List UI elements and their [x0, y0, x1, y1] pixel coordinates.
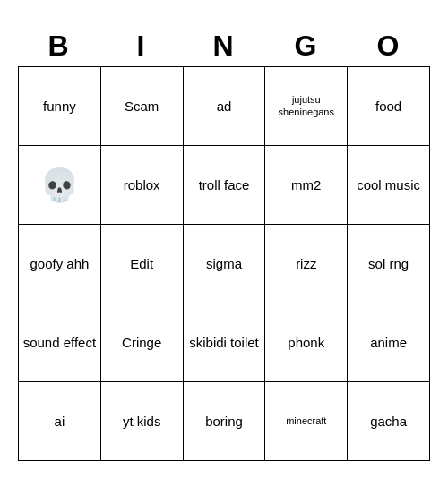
bingo-cell-21[interactable]: yt kids — [101, 382, 184, 461]
bingo-cell-2[interactable]: ad — [184, 67, 266, 146]
bingo-cell-9[interactable]: cool music — [348, 146, 430, 225]
bingo-cell-18[interactable]: phonk — [265, 303, 348, 382]
skull-icon: 💀 — [39, 166, 80, 204]
bingo-cell-3[interactable]: jujutsu sheninegans — [265, 67, 348, 146]
bingo-cell-20[interactable]: ai — [19, 382, 101, 461]
bingo-cell-6[interactable]: roblox — [101, 146, 184, 225]
header-g: G — [265, 26, 348, 66]
bingo-cell-14[interactable]: sol rng — [348, 225, 430, 303]
bingo-cell-7[interactable]: troll face — [184, 146, 266, 225]
bingo-header: B I N G O — [18, 26, 430, 66]
bingo-grid: funnyScamadjujutsu sheninegansfood💀roblo… — [18, 66, 430, 461]
bingo-cell-23[interactable]: minecraft — [265, 382, 348, 461]
bingo-cell-10[interactable]: goofy ahh — [19, 225, 101, 303]
bingo-cell-24[interactable]: gacha — [348, 382, 430, 461]
bingo-cell-1[interactable]: Scam — [101, 67, 184, 146]
bingo-cell-4[interactable]: food — [348, 67, 430, 146]
bingo-cell-19[interactable]: anime — [348, 303, 430, 382]
bingo-cell-5[interactable]: 💀 — [19, 146, 101, 225]
bingo-cell-11[interactable]: Edit — [101, 225, 184, 303]
header-n: N — [183, 26, 265, 66]
bingo-cell-22[interactable]: boring — [184, 382, 266, 461]
bingo-cell-0[interactable]: funny — [19, 67, 101, 146]
bingo-card: B I N G O funnyScamadjujutsu sheninegans… — [18, 26, 430, 461]
header-i: I — [100, 26, 183, 66]
bingo-cell-12[interactable]: sigma — [184, 225, 266, 303]
bingo-cell-17[interactable]: skibidi toilet — [184, 303, 266, 382]
bingo-cell-16[interactable]: Cringe — [101, 303, 184, 382]
bingo-cell-8[interactable]: mm2 — [265, 146, 348, 225]
header-o: O — [348, 26, 430, 66]
bingo-cell-13[interactable]: rizz — [265, 225, 348, 303]
header-b: B — [18, 26, 100, 66]
bingo-cell-15[interactable]: sound effect — [19, 303, 101, 382]
